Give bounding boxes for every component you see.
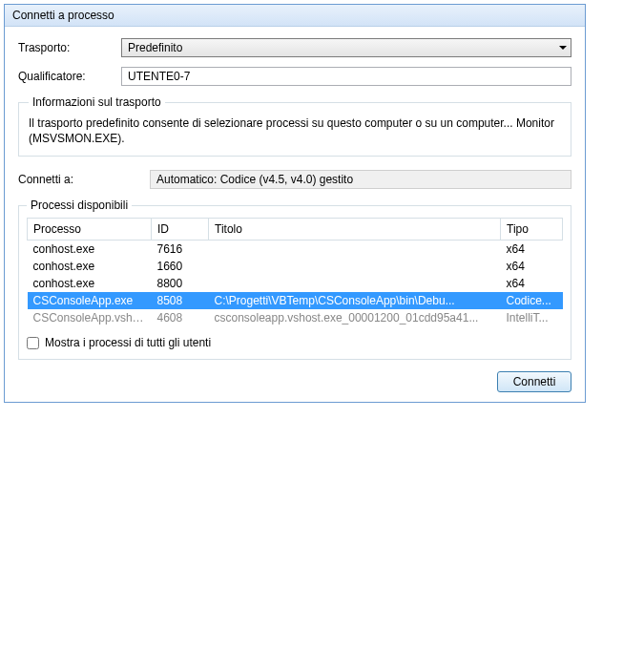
attach-process-dialog: Connetti a processo Trasporto: Predefini… bbox=[4, 4, 586, 403]
cell-type: x64 bbox=[501, 275, 563, 292]
transport-info-text: Il trasporto predefinito consente di sel… bbox=[29, 116, 561, 146]
qualifier-label: Qualificatore: bbox=[18, 70, 114, 83]
cell-process: CSConsoleApp.exe bbox=[28, 292, 152, 309]
table-row[interactable]: conhost.exe7616x64 bbox=[28, 241, 563, 259]
table-row[interactable]: conhost.exe8800x64 bbox=[28, 275, 563, 292]
cell-id: 4608 bbox=[152, 309, 209, 326]
cell-process: conhost.exe bbox=[28, 275, 152, 292]
column-type[interactable]: Tipo bbox=[501, 219, 563, 241]
connect-button[interactable]: Connetti bbox=[497, 371, 571, 392]
transport-label: Trasporto: bbox=[18, 41, 114, 54]
dialog-title-bar[interactable]: Connetti a processo bbox=[5, 5, 585, 27]
cell-type: IntelliT... bbox=[501, 309, 563, 326]
cell-type: Codice... bbox=[501, 292, 563, 309]
cell-title bbox=[209, 275, 501, 292]
transport-info-legend: Informazioni sul trasporto bbox=[29, 95, 165, 109]
cell-id: 1660 bbox=[152, 258, 209, 275]
transport-info-group: Informazioni sul trasporto Il trasporto … bbox=[18, 95, 571, 157]
cell-process: CSConsoleApp.vshos... bbox=[28, 309, 152, 326]
qualifier-input[interactable] bbox=[121, 67, 571, 86]
connect-to-value: Automatico: Codice (v4.5, v4.0) gestito bbox=[156, 173, 353, 186]
transport-dropdown[interactable]: Predefinito bbox=[121, 38, 571, 57]
cell-id: 7616 bbox=[152, 241, 209, 259]
cell-id: 8508 bbox=[152, 292, 209, 309]
cell-id: 8800 bbox=[152, 275, 209, 292]
cell-type: x64 bbox=[501, 258, 563, 275]
cell-title: C:\Progetti\VBTemp\CSConsoleApp\bin\Debu… bbox=[209, 292, 501, 309]
cell-title bbox=[209, 258, 501, 275]
processes-legend: Processi disponibili bbox=[27, 199, 132, 212]
process-table: Processo ID Titolo Tipo conhost.exe7616x… bbox=[27, 218, 563, 326]
show-all-users-checkbox[interactable] bbox=[27, 337, 39, 349]
column-id[interactable]: ID bbox=[152, 219, 209, 241]
table-row[interactable]: CSConsoleApp.vshos...4608csconsoleapp.vs… bbox=[28, 309, 563, 326]
cell-title: csconsoleapp.vshost.exe_00001200_01cdd95… bbox=[209, 309, 501, 326]
dialog-body: Trasporto: Predefinito Qualificatore: In… bbox=[5, 27, 585, 402]
column-title[interactable]: Titolo bbox=[209, 219, 501, 241]
cell-process: conhost.exe bbox=[28, 241, 152, 259]
transport-value: Predefinito bbox=[128, 41, 182, 54]
cell-type: x64 bbox=[501, 241, 563, 259]
connect-to-field[interactable]: Automatico: Codice (v4.5, v4.0) gestito bbox=[150, 170, 571, 189]
processes-group: Processi disponibili Processo ID Titolo … bbox=[18, 199, 571, 360]
column-process[interactable]: Processo bbox=[28, 219, 152, 241]
chevron-down-icon bbox=[559, 46, 567, 50]
dialog-title: Connetti a processo bbox=[12, 9, 114, 22]
cell-process: conhost.exe bbox=[28, 258, 152, 275]
cell-title bbox=[209, 241, 501, 259]
table-row[interactable]: CSConsoleApp.exe8508C:\Progetti\VBTemp\C… bbox=[28, 292, 563, 309]
show-all-users-label: Mostra i processi di tutti gli utenti bbox=[45, 336, 211, 349]
table-header-row: Processo ID Titolo Tipo bbox=[28, 219, 563, 241]
connect-to-label: Connetti a: bbox=[18, 173, 142, 186]
table-row[interactable]: conhost.exe1660x64 bbox=[28, 258, 563, 275]
